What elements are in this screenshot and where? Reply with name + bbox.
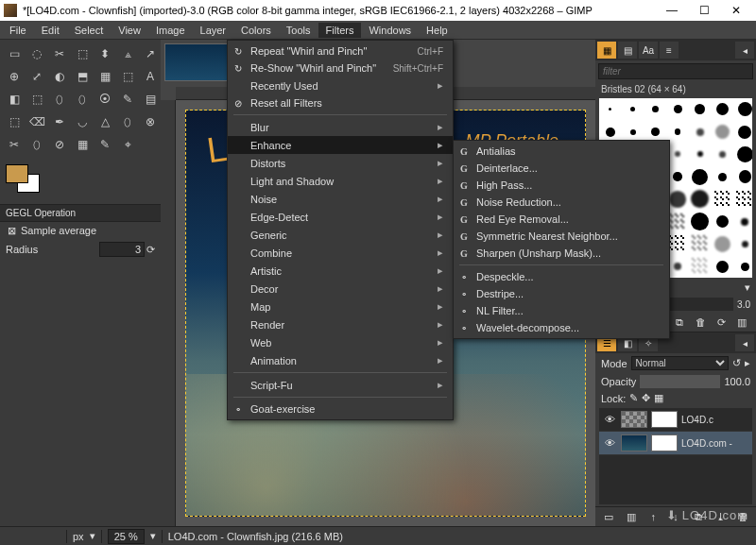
delete-brush-button[interactable]: 🗑	[692, 315, 709, 330]
menu-item-decor[interactable]: Decor▸	[228, 280, 453, 298]
brush-preset[interactable]	[689, 144, 712, 166]
image-tab-1[interactable]	[164, 43, 231, 81]
patterns-tab[interactable]: ▤	[618, 42, 637, 59]
zoom-field[interactable]: 25 %	[108, 529, 145, 544]
tool-15[interactable]: ⬚	[26, 89, 47, 110]
brush-preset[interactable]	[622, 98, 644, 121]
tool-1[interactable]: ◌	[26, 43, 47, 64]
dock-menu-icon-2[interactable]: ◂	[735, 334, 754, 351]
tool-4[interactable]: ⬍	[94, 43, 115, 64]
menu-item-red-eye-removal[interactable]: GRed Eye Removal...	[454, 211, 669, 228]
menu-edit[interactable]: Edit	[34, 23, 67, 38]
tool-0[interactable]: ▭	[4, 43, 25, 64]
tool-18[interactable]: ⦿	[94, 89, 115, 110]
menu-item-goat[interactable]: ⚬Goat-exercise	[228, 400, 453, 417]
brush-preset[interactable]	[734, 144, 753, 166]
tool-30[interactable]: ⊘	[49, 134, 70, 155]
chevron-right-icon[interactable]: ▸	[745, 357, 750, 369]
brush-preset[interactable]	[734, 98, 753, 121]
tool-14[interactable]: ◧	[4, 89, 25, 110]
tool-10[interactable]: ⬒	[72, 66, 93, 87]
menu-item-reshow[interactable]: ↻Re-Show "Whirl and Pinch"Shift+Ctrl+F	[228, 60, 453, 77]
tool-3[interactable]: ⬚	[72, 43, 93, 64]
brush-preset[interactable]	[712, 211, 734, 233]
brush-preset[interactable]	[712, 144, 734, 166]
chevron-down-icon[interactable]: ▾	[745, 281, 750, 294]
radius-field[interactable]: 3	[99, 242, 145, 257]
menu-item-blur[interactable]: Blur▸	[228, 118, 453, 136]
raise-layer-button[interactable]: ↑	[644, 509, 662, 524]
menu-item-combine[interactable]: Combine▸	[228, 244, 453, 262]
brush-preset[interactable]	[689, 233, 712, 256]
menu-item-artistic[interactable]: Artistic▸	[228, 262, 453, 280]
brush-preset[interactable]	[644, 98, 667, 121]
close-button[interactable]: ✕	[720, 0, 752, 21]
menu-item-symmetric-nearest-neighbor[interactable]: GSymmetric Nearest Neighbor...	[454, 228, 669, 245]
layer-item[interactable]: 👁LO4D.c	[599, 408, 752, 432]
dock-menu-icon[interactable]: ◂	[735, 42, 754, 59]
brush-preset[interactable]	[689, 211, 712, 233]
tool-21[interactable]: ⬚	[4, 111, 25, 132]
menu-item-deinterlace[interactable]: GDeinterlace...	[454, 160, 669, 177]
fonts-tab[interactable]: Aa	[639, 42, 658, 59]
menu-item-despeckle[interactable]: ⚬Despeckle...	[454, 268, 669, 285]
menu-item-reset[interactable]: ⊘Reset all Filters	[228, 94, 453, 111]
menu-view[interactable]: View	[111, 23, 148, 38]
menu-layer[interactable]: Layer	[193, 23, 234, 38]
tool-11[interactable]: ▦	[94, 66, 115, 87]
tool-12[interactable]: ⬚	[117, 66, 138, 87]
opacity-slider[interactable]	[640, 375, 720, 388]
new-group-button[interactable]: ▥	[623, 509, 640, 524]
menu-item-repeat[interactable]: ↻Repeat "Whirl and Pinch"Ctrl+F	[228, 43, 453, 60]
brush-preset[interactable]	[712, 98, 734, 121]
menu-item-sharpen-unsharp-mask[interactable]: GSharpen (Unsharp Mask)...	[454, 245, 669, 262]
tool-19[interactable]: ✎	[117, 89, 138, 110]
tool-13[interactable]: A	[140, 66, 161, 87]
history-tab[interactable]: ≡	[660, 42, 679, 59]
visibility-icon[interactable]: 👁	[602, 437, 617, 449]
menu-item-destripe[interactable]: ⚬Destripe...	[454, 285, 669, 302]
brush-preset[interactable]	[666, 98, 689, 121]
brush-preset[interactable]	[734, 211, 753, 233]
close-icon[interactable]: ⊠	[6, 225, 17, 236]
menu-image[interactable]: Image	[148, 23, 193, 38]
tool-31[interactable]: ▦	[72, 134, 93, 155]
tool-16[interactable]: ⬯	[49, 89, 70, 110]
foreground-color[interactable]	[6, 164, 28, 183]
menu-item-map[interactable]: Map▸	[228, 298, 453, 315]
spinner-icon[interactable]: ⟳	[146, 244, 155, 256]
unit-label[interactable]: px	[73, 531, 84, 542]
brush-preset[interactable]	[734, 121, 753, 144]
tool-22[interactable]: ⌫	[26, 111, 47, 132]
layer-item[interactable]: 👁LO4D.com -	[599, 432, 752, 455]
tool-25[interactable]: △	[94, 111, 115, 132]
tool-5[interactable]: ⟁	[117, 43, 138, 64]
tool-23[interactable]: ✒	[49, 111, 70, 132]
menu-item-distorts[interactable]: Distorts▸	[228, 154, 453, 172]
menu-help[interactable]: Help	[419, 23, 455, 38]
tool-27[interactable]: ⊗	[140, 111, 161, 132]
menu-item-enhance[interactable]: Enhance▸	[228, 136, 453, 154]
menu-colors[interactable]: Colors	[233, 23, 279, 38]
menu-item-web[interactable]: Web▸	[228, 333, 453, 351]
menu-tools[interactable]: Tools	[279, 23, 318, 38]
tool-17[interactable]: ⬯	[72, 89, 93, 110]
duplicate-brush-button[interactable]: ⧉	[671, 315, 688, 330]
refresh-brush-button[interactable]: ⟳	[713, 315, 730, 330]
menu-windows[interactable]: Windows	[361, 23, 419, 38]
menu-item-light-and-shadow[interactable]: Light and Shadow▸	[228, 172, 453, 190]
blend-mode-select[interactable]: Normal	[631, 356, 729, 370]
brush-preset[interactable]	[712, 233, 734, 256]
brush-preset[interactable]	[689, 255, 712, 278]
color-swatches[interactable]	[6, 164, 47, 198]
lock-position-icon[interactable]: ✥	[642, 392, 650, 404]
brush-preset[interactable]	[734, 188, 753, 211]
menu-item-antialias[interactable]: GAntialias	[454, 143, 669, 160]
tool-20[interactable]: ▤	[140, 89, 161, 110]
tool-6[interactable]: ↗	[140, 43, 161, 64]
new-layer-button[interactable]: ▭	[600, 509, 617, 524]
brush-filter-input[interactable]	[598, 63, 753, 79]
ruler-vertical[interactable]	[161, 100, 176, 526]
brush-preset[interactable]	[734, 165, 753, 188]
brush-preset[interactable]	[689, 165, 712, 188]
